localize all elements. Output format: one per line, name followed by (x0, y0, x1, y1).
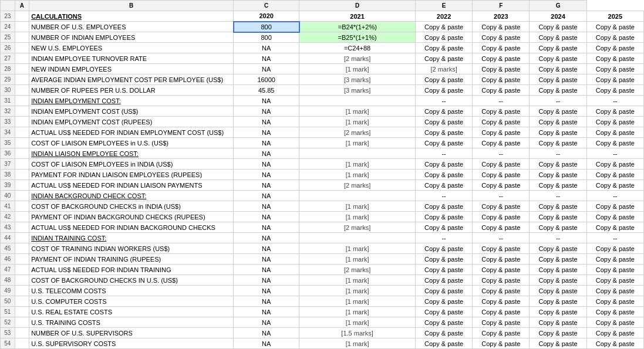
row-number: 39 (1, 180, 15, 191)
row-number: 51 (1, 307, 15, 317)
row-number: 35 (1, 138, 15, 148)
col-a-cell (15, 43, 29, 53)
year-cell: [1 mark] (299, 338, 416, 349)
year-cell: Copy & paste (473, 117, 530, 127)
year-cell: Copy & paste (473, 201, 530, 212)
col-a-cell (15, 265, 29, 275)
table-row: 42PAYMENT OF INDIAN BACKGROUND CHECKS (R… (1, 212, 644, 222)
year-cell: Copy & paste (586, 159, 643, 170)
year-cell: Copy & paste (530, 127, 586, 138)
col-a-cell (15, 254, 29, 265)
row-label: COST OF BACKGROUND CHECKS IN U.S. (US$) (29, 275, 234, 286)
year-cell: -- (530, 96, 586, 106)
year-cell: Copy & paste (586, 74, 643, 85)
row-label: INDIAN TRAINING COST: (29, 233, 234, 243)
year-cell: Copy & paste (586, 265, 643, 275)
col-c-header: C (234, 1, 299, 11)
year-cell: [2 marks] (299, 222, 416, 233)
year-cell: Copy & paste (473, 307, 530, 317)
col-a-cell (15, 127, 29, 138)
year-cell: NA (234, 96, 299, 106)
row-number: 42 (1, 212, 15, 222)
year-cell: Copy & paste (586, 127, 643, 138)
col-a-cell (15, 148, 29, 159)
year-cell: Copy & paste (415, 180, 472, 191)
table-row: 48COST OF BACKGROUND CHECKS IN U.S. (US$… (1, 275, 644, 286)
year-cell: -- (530, 191, 586, 201)
col-a-cell (15, 85, 29, 96)
year-cell: Copy & paste (530, 254, 586, 265)
row-number: 50 (1, 296, 15, 307)
col-g-header: G (530, 1, 586, 11)
row-label: INDIAN EMPLOYEE TURNOVER RATE (29, 53, 234, 64)
col-f-header: F (473, 1, 530, 11)
row-number: 36 (1, 148, 15, 159)
year-cell: NA (234, 43, 299, 53)
col-a-cell (15, 243, 29, 254)
year-cell: Copy & paste (473, 275, 530, 286)
year-cell: Copy & paste (530, 265, 586, 275)
year-cell: Copy & paste (415, 286, 472, 296)
year-cell: Copy & paste (415, 265, 472, 275)
year-cell: NA (234, 212, 299, 222)
year-cell: Copy & paste (530, 275, 586, 286)
year-cell: Copy & paste (415, 307, 472, 317)
year-cell: =B25*(1+1%) (299, 32, 416, 43)
year-cell: Copy & paste (586, 170, 643, 180)
year-cell: Copy & paste (530, 296, 586, 307)
year-cell: Copy & paste (530, 180, 586, 191)
year-cell: Copy & paste (415, 32, 472, 43)
year-cell: Copy & paste (473, 222, 530, 233)
year-cell: 2021 (299, 11, 416, 22)
year-cell: Copy & paste (415, 338, 472, 349)
year-cell: NA (234, 170, 299, 180)
year-cell: Copy & paste (415, 106, 472, 117)
row-number: 32 (1, 106, 15, 117)
year-cell: NA (234, 64, 299, 74)
year-cell: NA (234, 286, 299, 296)
year-cell: Copy & paste (530, 159, 586, 170)
year-cell: =B24*(1+2%) (299, 22, 416, 32)
year-cell: [2 marks] (299, 53, 416, 64)
year-cell: 2022 (415, 11, 472, 22)
row-label: ACTUAL US$ NEEDED FOR INDIAN BACKGROUND … (29, 222, 234, 233)
year-cell: Copy & paste (530, 22, 586, 32)
col-a-cell (15, 22, 29, 32)
row-number: 34 (1, 127, 15, 138)
table-row: 37COST OF LIAISON EMPLOYEES in INDIA (US… (1, 159, 644, 170)
year-cell: -- (530, 148, 586, 159)
year-cell: Copy & paste (530, 212, 586, 222)
year-cell: -- (586, 191, 643, 201)
col-a-cell (15, 201, 29, 212)
col-a-cell (15, 180, 29, 191)
year-cell: [1 mark] (299, 275, 416, 286)
row-number: 31 (1, 96, 15, 106)
row-number: 53 (1, 328, 15, 338)
year-cell: 2024 (530, 11, 586, 22)
year-cell: NA (234, 328, 299, 338)
year-cell: NA (234, 138, 299, 148)
row-number: 44 (1, 233, 15, 243)
row-number: 49 (1, 286, 15, 296)
year-cell: Copy & paste (530, 222, 586, 233)
year-cell: NA (234, 254, 299, 265)
table-row: 53NUMBER OF U.S. SUPERVISORSNA[1.5 marks… (1, 328, 644, 338)
row-label: NUMBER OF INDIAN EMPLOYEES (29, 32, 234, 43)
year-cell: Copy & paste (530, 53, 586, 64)
year-cell: [1 mark] (299, 117, 416, 127)
col-a-cell (15, 328, 29, 338)
year-cell: [1 mark] (299, 286, 416, 296)
col-a-cell (15, 222, 29, 233)
row-number: 54 (1, 338, 15, 349)
col-a-cell (15, 338, 29, 349)
table-row: 50U.S. COMPUTER COSTSNA[1 mark]Copy & pa… (1, 296, 644, 307)
row-label: ACTUAL US$ NEEDED FOR INDIAN TRAINING (29, 265, 234, 275)
year-cell: NA (234, 317, 299, 328)
year-cell (299, 191, 416, 201)
year-cell: Copy & paste (473, 243, 530, 254)
year-cell: Copy & paste (586, 106, 643, 117)
year-cell: Copy & paste (473, 138, 530, 148)
row-number: 27 (1, 53, 15, 64)
year-cell: Copy & paste (473, 317, 530, 328)
year-cell: Copy & paste (473, 286, 530, 296)
